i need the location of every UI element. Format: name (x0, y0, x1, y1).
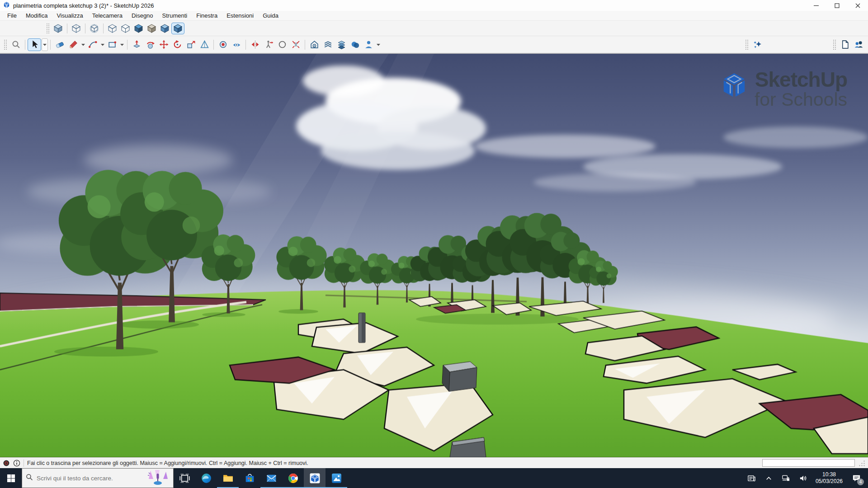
taskbar-app-sketchup[interactable] (304, 468, 326, 488)
ai-sparkles-icon[interactable] (750, 38, 764, 51)
toolbar-drag-handle[interactable] (745, 39, 749, 50)
taskbar-app-photos[interactable] (326, 468, 347, 488)
hidden-line-cube-icon[interactable] (119, 23, 132, 34)
watermark-line1: SketchUp (755, 69, 847, 90)
rectangle-dropdown-icon[interactable] (119, 39, 125, 51)
system-tray: 10:38 05/03/2026 4 (744, 468, 868, 488)
geo-status-icon[interactable] (3, 460, 10, 467)
scale-tool-icon[interactable] (184, 38, 198, 51)
menu-guida[interactable]: Guida (258, 11, 283, 20)
tools-toolbar (0, 36, 868, 53)
menu-disegno[interactable]: Disegno (127, 11, 158, 20)
search-icon[interactable] (9, 38, 23, 51)
arc-dropdown-icon[interactable] (99, 39, 105, 51)
tray-chevron-up-icon[interactable] (761, 468, 777, 488)
toolbar-drag-handle[interactable] (833, 39, 836, 50)
menu-telecamera[interactable]: Telecamera (88, 11, 127, 20)
new-document-icon[interactable] (838, 38, 852, 51)
window-title: planimetria completa sketchup 3 (2)* - S… (13, 2, 154, 9)
close-button[interactable] (847, 0, 868, 11)
search-highlight-mic-icon (146, 470, 170, 486)
arc-tool-icon[interactable] (86, 38, 99, 51)
search-icon (26, 474, 33, 483)
look-around-tool-icon[interactable] (230, 38, 243, 51)
sketchup-window: planimetria completa sketchup 3 (2)* - S… (0, 0, 868, 488)
rectangle-tool-icon[interactable] (105, 38, 119, 51)
x-ray-cube-icon[interactable] (70, 23, 83, 34)
active-style-cube-icon[interactable] (171, 23, 184, 34)
notification-count-badge: 4 (857, 479, 864, 485)
sketchup-for-schools-watermark: SketchUp for Schools (721, 69, 847, 109)
shaded-cube-icon[interactable] (132, 23, 145, 34)
sketchup-logo-icon (721, 71, 747, 99)
collaborators-icon[interactable] (852, 38, 865, 51)
measurements-input[interactable] (762, 459, 855, 467)
sketchup-app-icon (3, 1, 10, 9)
menu-estensioni[interactable]: Estensioni (222, 11, 258, 20)
flip-tool-icon[interactable] (248, 38, 262, 51)
soften-edges-icon[interactable] (321, 38, 335, 51)
taskbar-app-file-explorer[interactable] (217, 468, 239, 488)
taskbar-app-edge[interactable] (195, 468, 217, 488)
news-widget-icon[interactable] (744, 468, 760, 488)
component-dropdown-icon[interactable] (375, 39, 381, 51)
select-tool-icon[interactable] (28, 38, 41, 51)
rotate-tool-icon[interactable] (170, 38, 184, 51)
taskbar-app-store[interactable] (239, 468, 260, 488)
watermark-line2: for Schools (755, 90, 847, 109)
tray-clock[interactable]: 10:38 05/03/2026 (813, 471, 845, 485)
start-button[interactable] (0, 468, 22, 488)
move-tool-icon[interactable] (157, 38, 170, 51)
menu-strumenti[interactable]: Strumenti (158, 11, 192, 20)
model-info-icon[interactable] (307, 38, 321, 51)
maximize-button[interactable] (826, 0, 847, 11)
zoom-tool-icon[interactable] (275, 38, 289, 51)
toolbar-drag-handle[interactable] (4, 39, 7, 50)
windows-taskbar: 10:38 05/03/2026 4 (0, 468, 868, 488)
wireframe-cube-icon[interactable] (106, 23, 119, 34)
toolbar-drag-handle[interactable] (46, 23, 50, 34)
walk-tool-icon[interactable] (262, 38, 275, 51)
line-tool-icon[interactable] (66, 38, 80, 51)
line-dropdown-icon[interactable] (80, 39, 86, 51)
task-view-button[interactable] (174, 468, 195, 488)
tags-icon[interactable] (335, 38, 348, 51)
title-bar: planimetria completa sketchup 3 (2)* - S… (0, 0, 868, 11)
menu-bar: File Modifica Visualizza Telecamera Dise… (0, 11, 868, 21)
taskbar-search-input[interactable] (37, 475, 142, 482)
shaded-with-textures-cube-icon[interactable] (158, 23, 171, 34)
menu-file[interactable]: File (3, 11, 21, 20)
follow-me-tool-icon[interactable] (143, 38, 157, 51)
protractor-tool-icon[interactable] (198, 38, 211, 51)
notifications-button[interactable]: 4 (847, 468, 865, 488)
menu-finestra[interactable]: Finestra (192, 11, 222, 20)
status-hint-text: Fai clic o trascina per selezionare gli … (27, 460, 308, 466)
taskbar-search[interactable] (22, 468, 174, 488)
eraser-tool-icon[interactable] (53, 38, 66, 51)
menu-modifica[interactable]: Modifica (21, 11, 52, 20)
zoom-extents-tool-icon[interactable] (289, 38, 302, 51)
back-edges-cube-icon[interactable] (88, 23, 101, 34)
info-icon[interactable] (13, 460, 20, 467)
select-dropdown-icon[interactable] (42, 38, 48, 51)
menu-visualizza[interactable]: Visualizza (52, 11, 87, 20)
volume-icon[interactable] (796, 468, 811, 488)
taskbar-app-mail[interactable] (260, 468, 282, 488)
push-pull-tool-icon[interactable] (130, 38, 143, 51)
position-camera-tool-icon[interactable] (216, 38, 230, 51)
viewport-3d-scene[interactable] (0, 54, 868, 457)
resize-grip[interactable] (858, 460, 865, 467)
minimize-button[interactable] (806, 0, 826, 11)
styles-toolbar (0, 21, 868, 36)
taskbar-app-chrome[interactable] (282, 468, 304, 488)
viewport-3d[interactable]: SketchUp for Schools (0, 53, 868, 457)
tray-time: 10:38 (816, 471, 843, 478)
tray-date: 05/03/2026 (816, 478, 843, 485)
shadows-icon[interactable] (348, 38, 362, 51)
monochrome-cube-icon[interactable] (145, 23, 158, 34)
people-component-icon[interactable] (362, 38, 375, 51)
status-bar: Fai clic o trascina per selezionare gli … (0, 457, 868, 468)
network-icon[interactable] (778, 468, 794, 488)
iso-shaded-cube-icon[interactable] (52, 23, 65, 34)
